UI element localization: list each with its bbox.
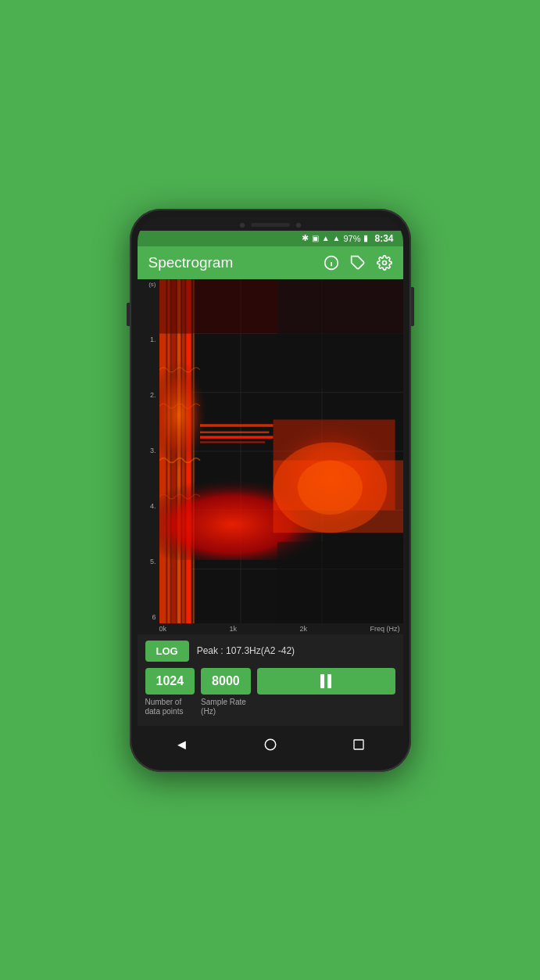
controls-area: LOG Peak : 107.3Hz(A2 -42) 1024 Number o… [138,634,403,726]
spectrogram-plot [159,279,403,623]
sample-rate-label: Sample Rate(Hz) [201,698,246,716]
y-label-5: 5. [139,558,158,565]
pause-container [257,668,395,695]
peak-value: 107.3Hz(A2 -42) [226,645,295,656]
back-button[interactable]: ◄ [159,734,205,756]
sim-icon: ▣ [312,234,319,242]
phone-device: ✱ ▣ ▲ ▲ 97% ▮ 8:34 Spectrogram [130,209,411,772]
x-axis: 0k 1k 2k Freq (Hz) [138,623,403,634]
signal-icon: ▲ [333,234,341,242]
spectrogram-svg [159,279,403,623]
bluetooth-icon: ✱ [302,233,309,243]
power-button [411,287,414,326]
recents-button[interactable] [337,735,381,754]
svg-rect-27 [200,436,274,438]
battery-text: 97% [343,234,360,243]
data-points-button[interactable]: 1024 [145,668,195,695]
status-icons: ✱ ▣ ▲ ▲ 97% ▮ 8:34 [302,233,394,244]
label-button[interactable] [350,255,366,271]
svg-rect-26 [200,431,269,433]
svg-rect-32 [277,541,402,623]
svg-point-34 [297,460,362,514]
svg-point-4 [382,260,386,264]
volume-button [127,303,130,326]
svg-rect-25 [200,424,274,426]
phone-camera-area [138,217,403,231]
phone-screen: ✱ ▣ ▲ ▲ 97% ▮ 8:34 Spectrogram [138,217,403,764]
y-axis: (s) 1. 2. 3. 4. 5. 6 [138,279,159,623]
pause-bar-left [320,674,324,688]
speaker-slot [251,223,290,227]
spectrogram-area: (s) 1. 2. 3. 4. 5. 6 [138,279,403,623]
settings-button[interactable] [377,255,392,271]
camera-dot [240,223,245,228]
app-bar-icons [324,255,392,271]
svg-rect-28 [200,441,265,443]
x-label-0k: 0k [159,625,167,633]
y-label-3: 3. [139,447,158,454]
svg-point-35 [266,739,277,750]
peak-label-text: Peak : [197,645,224,656]
sample-rate-button[interactable]: 8000 [201,668,251,695]
x-label-2k: 2k [300,625,308,633]
pause-bar-right [327,674,331,688]
params-row: 1024 Number ofdata points 8000 Sample Ra… [145,668,395,716]
data-points-group: 1024 Number ofdata points [145,668,195,716]
app-bar: Spectrogram [138,246,403,279]
sample-rate-group: 8000 Sample Rate(Hz) [201,668,251,716]
status-bar: ✱ ▣ ▲ ▲ 97% ▮ 8:34 [138,231,403,246]
y-label-4: 4. [139,502,158,510]
y-label-6: 6 [139,613,158,621]
bottom-nav: ◄ [138,726,403,764]
pause-button[interactable] [257,668,395,695]
home-button[interactable] [248,734,293,755]
battery-icon: ▮ [363,233,368,243]
log-button[interactable]: LOG [145,641,189,662]
info-button[interactable] [324,255,339,271]
x-label-1k: 1k [230,625,238,633]
log-peak-row: LOG Peak : 107.3Hz(A2 -42) [145,641,395,662]
y-label-1: 1. [139,336,158,343]
x-label-freq: Freq (Hz) [370,625,400,633]
app-title: Spectrogram [148,254,316,271]
status-time: 8:34 [374,233,393,244]
peak-label: Peak : 107.3Hz(A2 -42) [197,645,295,656]
pause-icon [320,674,331,688]
wifi-icon: ▲ [322,234,330,242]
svg-rect-36 [354,740,363,749]
y-unit: (s) [139,281,158,288]
data-points-label: Number ofdata points [145,698,184,716]
sensor-dot [296,223,301,228]
y-label-2: 2. [139,391,158,399]
svg-rect-31 [277,279,402,388]
